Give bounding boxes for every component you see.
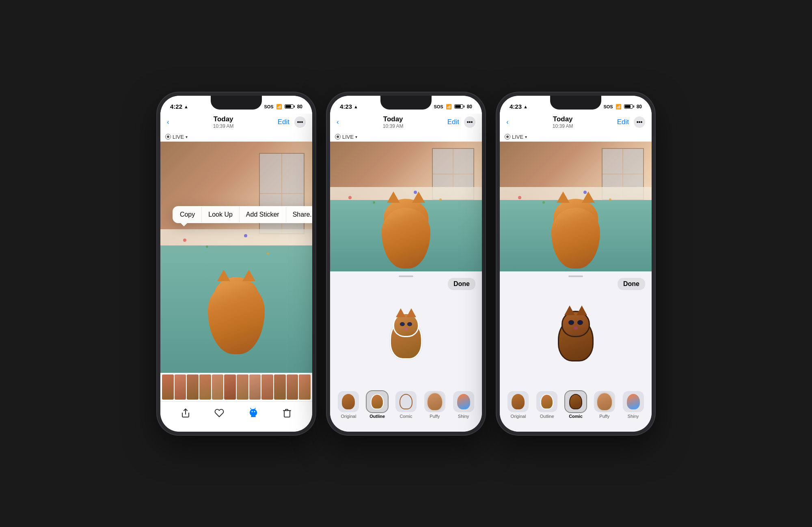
- style-original-3[interactable]: Original: [508, 391, 529, 419]
- sos-label-2: SOS: [434, 104, 443, 109]
- cat-photo-1: [160, 142, 312, 373]
- edit-button-1[interactable]: Edit: [278, 118, 289, 126]
- back-button-2[interactable]: ‹: [337, 118, 339, 126]
- style-thumb-original-3[interactable]: [508, 391, 529, 412]
- live-badge-3[interactable]: LIVE ▾: [500, 132, 652, 142]
- style-outline-2[interactable]: Outline: [367, 391, 388, 419]
- live-chevron-2: ▾: [355, 135, 357, 139]
- style-thumb-outline-2[interactable]: [367, 391, 388, 412]
- sticker-preview-2: [330, 283, 482, 388]
- status-icons-2: SOS 📶 80: [434, 104, 472, 110]
- context-add-sticker-1[interactable]: Add Sticker: [240, 207, 286, 222]
- style-shiny-3[interactable]: Shiny: [623, 391, 644, 419]
- context-share-1[interactable]: Share...: [286, 207, 312, 222]
- thumb-5[interactable]: [212, 374, 224, 400]
- share-button-1[interactable]: [178, 406, 193, 420]
- live-badge-2[interactable]: LIVE ▾: [330, 132, 482, 142]
- battery-label-1: 80: [297, 104, 302, 110]
- nav-subtitle-1: 10:39 AM: [213, 123, 234, 129]
- cat-button-1[interactable]: [246, 406, 261, 420]
- thumb-9[interactable]: [261, 374, 273, 400]
- sticker-styles-3: Original Outline Comic: [500, 388, 652, 420]
- photo-area-1[interactable]: Copy Look Up Add Sticker Share...: [160, 142, 312, 373]
- photo-top-3[interactable]: [500, 142, 652, 271]
- style-comic-3[interactable]: Comic: [565, 391, 586, 419]
- style-label-comic-2: Comic: [400, 414, 412, 419]
- style-thumb-shiny-2[interactable]: [453, 391, 474, 412]
- style-thumb-comic-3[interactable]: [565, 391, 586, 412]
- back-chevron-icon-1: ‹: [167, 118, 169, 126]
- edit-button-2[interactable]: Edit: [447, 118, 459, 126]
- style-outline-3[interactable]: Outline: [536, 391, 557, 419]
- style-label-outline-3: Outline: [540, 414, 554, 419]
- thumb-2[interactable]: [175, 374, 186, 400]
- style-thumb-puffy-2[interactable]: [424, 391, 445, 412]
- edit-button-3[interactable]: Edit: [617, 118, 629, 126]
- cat-photo-3: [500, 142, 652, 271]
- time-label-1: 4:22: [170, 103, 182, 110]
- wifi-icon-3: 📶: [615, 104, 622, 110]
- back-button-1[interactable]: ‹: [167, 118, 169, 126]
- thumb-4[interactable]: [199, 374, 211, 400]
- more-button-3[interactable]: •••: [634, 116, 645, 128]
- style-comic-2[interactable]: Comic: [395, 391, 417, 419]
- style-label-original-3: Original: [510, 414, 526, 419]
- more-button-2[interactable]: •••: [464, 116, 475, 128]
- nav-subtitle-2: 10:39 AM: [383, 123, 404, 129]
- style-label-shiny-2: Shiny: [458, 414, 469, 419]
- screen-1: 4:22 ▲ SOS 📶 80 ‹: [160, 96, 312, 432]
- context-lookup-1[interactable]: Look Up: [202, 207, 240, 222]
- style-puffy-2[interactable]: Puffy: [424, 391, 445, 419]
- style-thumb-original-2[interactable]: [338, 391, 359, 412]
- thumb-3[interactable]: [187, 374, 199, 400]
- nav-actions-1: Edit •••: [278, 116, 306, 128]
- more-button-1[interactable]: •••: [294, 116, 306, 128]
- style-label-puffy-3: Puffy: [599, 414, 609, 419]
- nav-subtitle-3: 10:39 AM: [553, 123, 573, 129]
- favorite-button-1[interactable]: [212, 406, 227, 420]
- live-badge-1[interactable]: LIVE ▾: [160, 132, 312, 142]
- thumb-10[interactable]: [274, 374, 286, 400]
- thumb-1[interactable]: [162, 374, 174, 400]
- live-chevron-icon-1: ▾: [186, 135, 188, 139]
- live-label-1: LIVE: [173, 134, 184, 140]
- style-label-shiny-3: Shiny: [628, 414, 639, 419]
- sticker-panel-3: Done: [500, 271, 652, 432]
- thumb-7[interactable]: [237, 374, 248, 400]
- sticker-cat-2: [386, 311, 426, 359]
- delete-button-1[interactable]: [280, 406, 294, 420]
- style-label-outline-2: Outline: [369, 414, 385, 419]
- nav-title-3: Today 10:39 AM: [553, 115, 573, 129]
- style-label-comic-3: Comic: [569, 414, 583, 419]
- live-dot-icon-1: [165, 134, 171, 140]
- style-thumb-outline-3[interactable]: [536, 391, 557, 412]
- context-menu-arrow-1: [181, 223, 187, 226]
- phone-3: 4:23 ▲ SOS 📶 80 ‹: [497, 92, 655, 435]
- battery-3: [624, 104, 634, 109]
- style-thumb-shiny-3[interactable]: [623, 391, 644, 412]
- nav-title-1: Today 10:39 AM: [213, 115, 234, 129]
- context-copy-1[interactable]: Copy: [173, 207, 202, 222]
- battery-label-2: 80: [467, 104, 472, 110]
- location-icon-1: ▲: [184, 104, 188, 109]
- style-shiny-2[interactable]: Shiny: [453, 391, 474, 419]
- style-original-2[interactable]: Original: [338, 391, 359, 419]
- style-thumb-comic-2[interactable]: [395, 391, 417, 412]
- style-thumb-puffy-3[interactable]: [594, 391, 615, 412]
- sos-label-1: SOS: [264, 104, 273, 109]
- bottom-toolbar-1: [160, 401, 312, 432]
- notch-2: [380, 96, 432, 110]
- sticker-styles-2: Original Outline Comic: [330, 388, 482, 420]
- style-puffy-3[interactable]: Puffy: [594, 391, 615, 419]
- battery-1: [285, 104, 295, 109]
- done-button-3[interactable]: Done: [618, 278, 645, 290]
- thumb-12[interactable]: [299, 374, 311, 400]
- thumb-11[interactable]: [287, 374, 298, 400]
- thumb-6[interactable]: [224, 374, 236, 400]
- live-label-2: LIVE: [342, 134, 354, 140]
- thumb-8[interactable]: [249, 374, 261, 400]
- done-button-2[interactable]: Done: [448, 278, 475, 290]
- back-button-3[interactable]: ‹: [506, 118, 509, 126]
- nav-bar-3: ‹ Today 10:39 AM Edit •••: [500, 114, 652, 132]
- photo-top-2[interactable]: [330, 142, 482, 271]
